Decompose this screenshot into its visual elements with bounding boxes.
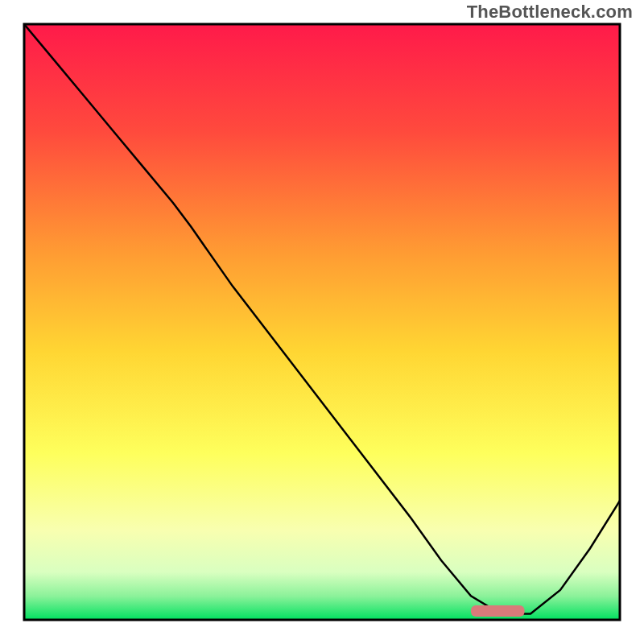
watermark-text: TheBottleneck.com — [467, 2, 633, 23]
chart-container: TheBottleneck.com — [0, 0, 644, 644]
chart-svg — [0, 0, 644, 644]
optimal-range-marker — [471, 605, 525, 617]
plot-background — [24, 24, 620, 620]
